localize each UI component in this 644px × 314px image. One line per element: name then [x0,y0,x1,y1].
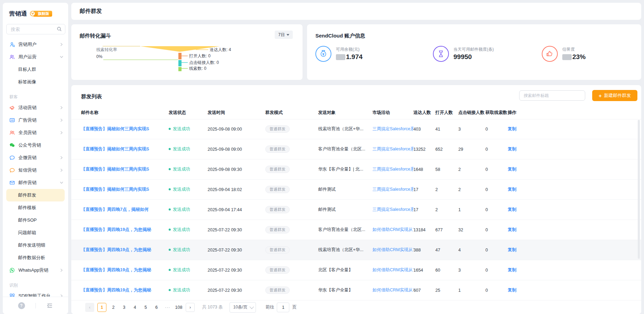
sidebar-item-SDR智能工作台[interactable]: SDR智能工作台 [3,290,68,297]
svg-text:AD: AD [11,119,14,121]
chevron-right-icon [59,155,64,160]
sidebar-item-广告营销[interactable]: AD 广告营销 [3,114,68,126]
copy-link[interactable]: 复制 [508,187,516,192]
create-campaign-button[interactable]: + 新建邮件群发 [592,90,637,101]
sidebar-subitem-邮件群发[interactable]: 邮件群发 [6,189,65,201]
email-name-link[interactable]: 【直播预告】揭秘如何三周内实现S [81,167,149,172]
delivered-count: 607 [413,288,435,293]
copy-link[interactable]: 复制 [508,288,516,292]
campaign-link[interactable]: 如何借助CRM实现从"规模 [372,267,413,272]
page-number-1[interactable]: 1 [97,303,106,312]
collapse-sidebar-icon[interactable] [46,302,53,309]
svg-text:线索转化率: 线索转化率 [96,47,117,52]
table-row[interactable]: 【直播预告】周四晚7点，揭秘如何 发送成功 2025-09-04 17:44 普… [71,200,641,220]
table-row[interactable]: 【直播预告】揭秘如何三周内实现S 发送成功 2025-09-08 09:00 普… [71,119,641,139]
page-size-select[interactable]: 10条/页 [230,302,256,313]
email-title-search-input[interactable] [519,90,585,101]
sidebar-subitem-邮件数据分析[interactable]: 邮件数据分析 [6,251,65,264]
send-target: 客户培育池全量（北区... [318,146,372,152]
sidebar-item-企微营销[interactable]: 企微营销 [3,151,68,164]
page-number-5[interactable]: 5 [142,305,150,310]
sidebar-item-活动营销[interactable]: 活动营销 [3,101,68,114]
chevron-right-icon [59,168,64,173]
email-name-link[interactable]: 【直播预告】周四晚19点，为您揭秘 [81,288,151,292]
send-target: 线索培育池（北区+华... [318,126,372,132]
page-title: 邮件群发 [80,8,102,15]
leads-count: 0 [485,228,508,232]
sidebar-item-全员营销[interactable]: 全员营销 [3,126,68,139]
create-campaign-label: 新建邮件群发 [604,92,631,99]
table-row[interactable]: 【直播预告】周四晚19点，为您揭秘 发送成功 2025-07-22 09:30 … [71,280,641,300]
help-icon[interactable]: ? [18,302,25,309]
more-pages-icon[interactable]: ··· [163,305,172,310]
email-name-link[interactable]: 【直播预告】揭秘如何三周内实现S [81,187,149,192]
opened-count: 41 [435,127,458,132]
copy-link[interactable]: 复制 [508,227,516,232]
copy-link[interactable]: 复制 [508,167,516,172]
sidebar-item-短信营销[interactable]: 短信营销 [3,164,68,176]
goto-page-input[interactable] [277,303,289,312]
send-time: 2025-07-22 09:30 [208,288,265,293]
leads-count: 0 [485,248,508,253]
prev-page-button[interactable]: ‹ [85,303,94,312]
sidebar-search-input[interactable] [10,24,60,34]
campaign-link[interactable]: 如何借助CRM实现从"规模 [372,247,413,252]
sidebar-subitem-邮件SOP[interactable]: 邮件SOP [6,214,65,226]
stat-label: 信誉度 [562,47,586,52]
copy-link[interactable]: 复制 [508,207,516,212]
mode-badge: 普通群发 [265,166,290,173]
email-name-link[interactable]: 【直播预告】周四晚7点，揭秘如何 [81,207,148,212]
sidebar-subitem-标签画像[interactable]: 标签画像 [6,76,65,88]
sidebar-item-用户运营[interactable]: 用户运营 [3,51,68,63]
sidebar-item-WhatsApp营销[interactable]: WhatsApp营销 [3,264,68,276]
next-page-button[interactable]: › [186,303,195,312]
table-row[interactable]: 【直播预告】揭秘如何三周内实现S 发送成功 2025-09-04 18:02 普… [71,180,641,200]
campaign-link[interactable]: 如何借助CRM实现从"规模 [372,288,413,292]
email-name-link[interactable]: 【直播预告】周四晚19点，为您揭秘 [81,247,151,252]
page-number-6[interactable]: 6 [153,305,160,310]
page-number-2[interactable]: 2 [110,305,117,310]
sidebar-subitem-问题邮箱[interactable]: 问题邮箱 [6,226,65,239]
campaign-link[interactable]: 三周搞定Salesforce系统过 [372,167,413,172]
clicked-count: 32 [458,228,485,232]
table-scrollbar[interactable] [638,120,640,259]
send-status: 发送成功 [169,146,208,152]
copy-link[interactable]: 复制 [508,147,516,151]
email-name-link[interactable]: 【直播预告】揭秘如何三周内实现S [81,147,149,151]
medal-icon [30,11,35,16]
sidebar-subitem-邮件模板[interactable]: 邮件模板 [6,201,65,214]
copy-link[interactable]: 复制 [508,247,516,252]
table-row[interactable]: 【直播预告】周四晚19点，为您揭秘 发送成功 2025-07-22 09:30 … [71,260,641,280]
copy-link[interactable]: 复制 [508,267,516,272]
table-row[interactable]: 【直播预告】揭秘如何三周内实现S 发送成功 2025-09-08 09:00 普… [71,139,641,159]
page-number-108[interactable]: 108 [175,305,183,310]
send-time: 2025-09-08 09:00 [208,127,265,132]
copy-link[interactable]: 复制 [508,126,516,131]
sidebar-item-营销用户[interactable]: 营销用户 [3,38,68,51]
campaign-link[interactable]: 三周搞定Salesforce系统过 [372,126,413,131]
sidebar-item-邮件营销[interactable]: 邮件营销 [3,176,68,189]
opened-count: 2 [435,187,458,192]
campaign-link[interactable]: 如何借助CRM实现从"规模 [372,227,413,232]
sidebar-subitem-目标人群[interactable]: 目标人群 [6,63,65,76]
email-name-link[interactable]: 【直播预告】揭秘如何三周内实现S [81,126,149,131]
table-row[interactable]: 【直播预告】周四晚19点，为您揭秘 发送成功 2025-07-22 09:30 … [71,220,641,240]
page-number-3[interactable]: 3 [120,305,128,310]
table-row[interactable]: 【直播预告】揭秘如何三周内实现S 发送成功 2025-09-08 09:30 普… [71,159,641,180]
status-dot-icon [169,168,171,170]
campaign-link[interactable]: 三周搞定Salesforce系统过 [372,207,413,212]
sidebar-subitem-邮件发送明细[interactable]: 邮件发送明细 [6,239,65,251]
account-stat: 当天可用邮件额度(条) 99950 [433,46,494,62]
email-name-link[interactable]: 【直播预告】周四晚19点，为您揭秘 [81,227,151,232]
stat-label: 可用余额(元) [336,47,363,52]
goto-suffix: 页 [292,304,297,310]
campaign-link[interactable]: 三周搞定Salesforce系统过 [372,187,413,192]
page-number-4[interactable]: 4 [131,305,139,310]
goto-label: 前往 [265,304,274,310]
sidebar-item-公众号营销[interactable]: 公众号营销 [3,139,68,151]
leads-count: 0 [485,207,508,212]
email-name-link[interactable]: 【直播预告】周四晚19点，为您揭秘 [81,267,151,272]
campaign-link[interactable]: 三周搞定Salesforce系统过 [372,147,413,151]
plus-icon: + [599,93,602,98]
table-row[interactable]: 【直播预告】周四晚19点，为您揭秘 发送成功 2025-07-22 09:30 … [71,240,641,260]
